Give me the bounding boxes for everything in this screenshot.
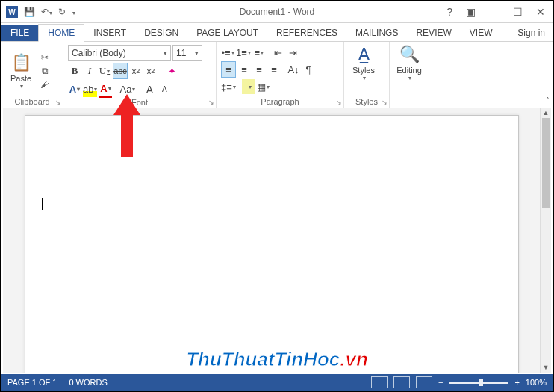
font-group-label: Font — [68, 98, 211, 107]
show-marks-button[interactable]: ¶ — [302, 62, 315, 77]
maximize-icon[interactable]: ☐ — [510, 6, 526, 18]
format-painter-icon[interactable]: 🖌 — [39, 78, 51, 90]
group-editing: 🔍 Editing ▾ — [390, 42, 438, 108]
tab-view[interactable]: VIEW — [461, 25, 502, 41]
qat-customize-icon[interactable]: ▾ — [72, 7, 75, 17]
align-right-button[interactable]: ≡ — [252, 62, 266, 77]
ribbon-options-icon[interactable]: ▣ — [463, 6, 479, 18]
word-window: W 💾 ↶▾ ↻ ▾ Document1 - Word ? ▣ — ☐ ✕ FI… — [0, 0, 554, 392]
shading-button[interactable]: ▾ — [242, 79, 255, 94]
styles-button[interactable]: A̲ Styles ▾ — [349, 45, 379, 81]
text-cursor — [42, 198, 43, 210]
tab-mailings[interactable]: MAILINGS — [346, 25, 407, 41]
font-color-button[interactable]: A▾ — [99, 81, 112, 98]
paragraph-group-label: Paragraph — [221, 97, 339, 106]
zoom-level[interactable]: 100% — [526, 378, 547, 387]
scroll-up-icon[interactable]: ▲ — [541, 108, 551, 118]
grow-font-button[interactable]: A — [143, 82, 156, 97]
superscript-button[interactable]: x2 — [144, 63, 158, 78]
strikethrough-button[interactable]: abc — [113, 63, 128, 79]
tab-insert[interactable]: INSERT — [84, 25, 135, 41]
font-launcher-icon[interactable]: ↘ — [208, 99, 214, 106]
highlight-button[interactable]: ab▾ — [83, 82, 97, 97]
ribbon: 📋 Paste ▾ ✂ ⧉ 🖌 Clipboard ↘ Calibri (Bod… — [1, 42, 553, 108]
increase-indent-button[interactable]: ⇥ — [287, 45, 300, 60]
status-bar: PAGE 1 OF 1 0 WORDS − + 100% — [1, 374, 553, 391]
ribbon-tabs: FILE HOME INSERT DESIGN PAGE LAYOUT REFE… — [1, 23, 553, 42]
shrink-font-button[interactable]: A — [158, 82, 171, 97]
paste-button[interactable]: 📋 Paste ▾ — [6, 45, 36, 97]
view-read-mode-icon[interactable] — [371, 376, 388, 388]
tab-review[interactable]: REVIEW — [407, 25, 460, 41]
title-bar: W 💾 ↶▾ ↻ ▾ Document1 - Word ? ▣ — ☐ ✕ — [1, 1, 553, 23]
styles-launcher-icon[interactable]: ↘ — [382, 99, 388, 106]
font-size-value: 11 — [176, 48, 186, 58]
line-spacing-button[interactable]: ‡≡▾ — [221, 79, 236, 94]
paragraph-launcher-icon[interactable]: ↘ — [336, 99, 342, 106]
bullets-button[interactable]: •≡▾ — [221, 45, 234, 60]
align-center-button[interactable]: ≡ — [237, 62, 251, 77]
group-font: Calibri (Body) ▾ 11 ▾ B I U▾ abc x2 x2 — [63, 42, 217, 108]
clear-formatting-icon[interactable]: ✦ — [165, 63, 178, 78]
italic-button[interactable]: I — [83, 63, 96, 78]
multilevel-list-button[interactable]: ≡▾ — [252, 45, 266, 60]
tab-file[interactable]: FILE — [1, 25, 38, 41]
font-name-value: Calibri (Body) — [72, 48, 126, 58]
help-icon[interactable]: ? — [443, 6, 455, 18]
sort-button[interactable]: A↓ — [287, 62, 300, 77]
page[interactable] — [25, 115, 519, 373]
clipboard-group-label: Clipboard — [6, 97, 58, 106]
scroll-thumb[interactable] — [542, 118, 550, 208]
justify-button[interactable]: ≡ — [267, 62, 281, 77]
font-name-combo[interactable]: Calibri (Body) ▾ — [68, 45, 171, 61]
vertical-scrollbar[interactable]: ▲ ▼ — [540, 108, 551, 373]
numbering-button[interactable]: 1≡▾ — [236, 45, 251, 60]
tab-design[interactable]: DESIGN — [135, 25, 187, 41]
undo-icon[interactable]: ↶▾ — [41, 7, 52, 17]
styles-group-label: Styles — [349, 97, 385, 106]
tab-page-layout[interactable]: PAGE LAYOUT — [187, 25, 267, 41]
zoom-out-icon[interactable]: − — [438, 378, 443, 387]
styles-label: Styles — [352, 66, 375, 75]
word-app-icon: W — [6, 6, 18, 18]
cut-icon[interactable]: ✂ — [39, 52, 51, 63]
collapse-ribbon-icon[interactable]: ˄ — [546, 96, 550, 105]
editing-label: Editing — [396, 66, 422, 75]
font-size-combo[interactable]: 11 ▾ — [172, 45, 202, 61]
decrease-indent-button[interactable]: ⇤ — [272, 45, 285, 60]
paste-icon: 📋 — [11, 53, 31, 72]
view-web-layout-icon[interactable] — [416, 376, 432, 388]
redo-icon[interactable]: ↻ — [58, 7, 66, 17]
copy-icon[interactable]: ⧉ — [39, 65, 51, 77]
sign-in-link[interactable]: Sign in — [510, 25, 553, 41]
close-icon[interactable]: ✕ — [533, 6, 548, 18]
group-clipboard: 📋 Paste ▾ ✂ ⧉ 🖌 Clipboard ↘ — [1, 42, 63, 108]
subscript-button[interactable]: x2 — [129, 63, 143, 78]
zoom-slider[interactable] — [449, 382, 508, 384]
borders-button[interactable]: ▦▾ — [257, 79, 270, 94]
group-paragraph: •≡▾ 1≡▾ ≡▾ ⇤ ⇥ ≡ ≡ ≡ ≡ A↓ ¶ ‡≡▾ — [217, 42, 344, 108]
group-styles: A̲ Styles ▾ Styles ↘ — [344, 42, 390, 108]
text-effects-button[interactable]: A▾ — [68, 82, 81, 97]
tab-home[interactable]: HOME — [38, 24, 84, 42]
save-icon[interactable]: 💾 — [24, 7, 35, 17]
styles-icon: A̲ — [358, 45, 370, 64]
editing-button[interactable]: 🔍 Editing ▾ — [394, 45, 424, 81]
document-area[interactable] — [3, 108, 541, 373]
underline-button[interactable]: U▾ — [98, 63, 111, 78]
change-case-button[interactable]: Aa▾ — [119, 82, 135, 97]
tab-references[interactable]: REFERENCES — [267, 25, 346, 41]
bold-button[interactable]: B — [68, 63, 81, 78]
paste-label: Paste — [10, 74, 31, 83]
minimize-icon[interactable]: — — [486, 6, 502, 18]
find-icon: 🔍 — [399, 45, 420, 64]
zoom-in-icon[interactable]: + — [514, 378, 519, 387]
clipboard-launcher-icon[interactable]: ↘ — [55, 99, 61, 106]
align-left-button[interactable]: ≡ — [221, 61, 236, 78]
window-title: Document1 - Word — [240, 7, 314, 17]
scroll-down-icon[interactable]: ▼ — [541, 362, 551, 373]
status-words[interactable]: 0 WORDS — [69, 378, 107, 387]
status-page[interactable]: PAGE 1 OF 1 — [7, 378, 57, 387]
view-print-layout-icon[interactable] — [393, 376, 410, 388]
